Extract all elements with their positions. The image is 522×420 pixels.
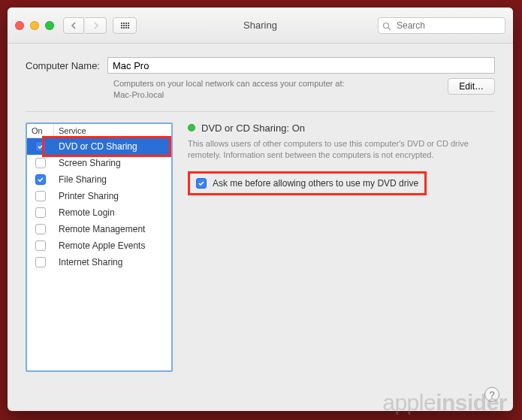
service-checkbox[interactable] bbox=[35, 240, 46, 251]
computer-name-subrow: Computers on your local network can acce… bbox=[113, 78, 495, 101]
service-checkbox[interactable] bbox=[35, 174, 46, 185]
status-line: DVD or CD Sharing: On bbox=[188, 122, 495, 134]
ask-before-row: Ask me before allowing others to use my … bbox=[188, 171, 427, 195]
service-row[interactable]: Remote Management bbox=[27, 221, 171, 237]
service-label: Remote Apple Events bbox=[54, 240, 171, 251]
detail-pane: DVD or CD Sharing: On This allows users … bbox=[188, 122, 495, 372]
service-row[interactable]: DVD or CD Sharing bbox=[27, 138, 171, 155]
ask-checkbox-label: Ask me before allowing others to use my … bbox=[213, 178, 418, 189]
computer-name-label: Computer Name: bbox=[26, 57, 100, 71]
content-area: Computer Name: Computers on your local n… bbox=[8, 44, 513, 381]
computer-name-input[interactable] bbox=[107, 57, 495, 74]
edit-button[interactable]: Edit… bbox=[448, 78, 495, 95]
service-row[interactable]: Printer Sharing bbox=[27, 188, 171, 204]
back-button[interactable] bbox=[63, 17, 84, 34]
forward-button[interactable] bbox=[86, 17, 107, 34]
divider bbox=[26, 111, 495, 112]
service-label: Screen Sharing bbox=[54, 158, 171, 168]
service-checkbox[interactable] bbox=[35, 141, 46, 152]
service-checkbox[interactable] bbox=[35, 257, 46, 267]
service-checkbox[interactable] bbox=[35, 224, 46, 234]
header-service: Service bbox=[54, 124, 171, 137]
service-list: On Service DVD or CD SharingScreen Shari… bbox=[26, 122, 173, 372]
service-row[interactable]: Remote Apple Events bbox=[27, 237, 171, 254]
zoom-icon[interactable] bbox=[45, 21, 54, 30]
status-indicator-icon bbox=[188, 124, 195, 131]
close-icon[interactable] bbox=[15, 21, 24, 30]
minimize-icon[interactable] bbox=[30, 21, 39, 30]
service-list-header: On Service bbox=[27, 124, 171, 138]
service-label: Printer Sharing bbox=[54, 191, 171, 201]
search-input[interactable] bbox=[378, 17, 505, 34]
service-label: Internet Sharing bbox=[54, 257, 171, 267]
grid-icon bbox=[121, 23, 129, 29]
svg-line-1 bbox=[388, 28, 391, 30]
service-row[interactable]: File Sharing bbox=[27, 171, 171, 188]
window-controls bbox=[15, 21, 54, 30]
header-on: On bbox=[27, 124, 54, 137]
search-field-wrap bbox=[378, 17, 505, 34]
search-icon bbox=[382, 20, 391, 34]
nav-buttons bbox=[63, 17, 107, 34]
service-label: Remote Login bbox=[54, 207, 171, 218]
preferences-window: Sharing Computer Name: Computers on your… bbox=[8, 8, 513, 411]
service-checkbox[interactable] bbox=[35, 158, 46, 168]
titlebar: Sharing bbox=[8, 8, 513, 44]
service-row[interactable]: Remote Login bbox=[27, 204, 171, 221]
service-label: DVD or CD Sharing bbox=[54, 141, 171, 152]
service-row[interactable]: Internet Sharing bbox=[27, 254, 171, 270]
service-row[interactable]: Screen Sharing bbox=[27, 155, 171, 171]
service-checkbox[interactable] bbox=[35, 207, 46, 218]
service-label: File Sharing bbox=[54, 174, 171, 185]
show-all-button[interactable] bbox=[113, 17, 137, 34]
service-rows: DVD or CD SharingScreen SharingFile Shar… bbox=[27, 138, 171, 270]
computer-name-description: Computers on your local network can acce… bbox=[113, 78, 439, 101]
main-area: On Service DVD or CD SharingScreen Shari… bbox=[26, 122, 495, 372]
watermark: appleinsider bbox=[382, 390, 507, 415]
service-label: Remote Management bbox=[54, 224, 171, 234]
svg-point-0 bbox=[384, 23, 389, 28]
computer-name-row: Computer Name: bbox=[26, 57, 495, 74]
chevron-right-icon bbox=[93, 22, 99, 29]
window-title: Sharing bbox=[243, 20, 277, 31]
service-checkbox[interactable] bbox=[35, 191, 46, 201]
status-description: This allows users of other computers to … bbox=[188, 138, 495, 162]
chevron-left-icon bbox=[71, 22, 77, 29]
ask-checkbox[interactable] bbox=[196, 178, 207, 189]
status-title: DVD or CD Sharing: On bbox=[201, 122, 305, 134]
